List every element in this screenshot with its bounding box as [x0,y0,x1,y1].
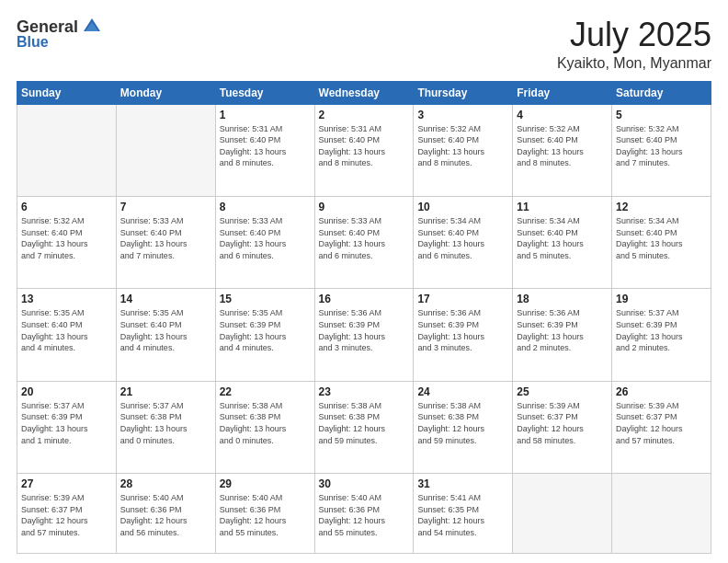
day-info: Sunrise: 5:35 AM Sunset: 6:39 PM Dayligh… [220,307,311,353]
day-info: Sunrise: 5:32 AM Sunset: 6:40 PM Dayligh… [417,123,508,169]
day-number: 11 [517,201,608,213]
table-row: 16Sunrise: 5:36 AM Sunset: 6:39 PM Dayli… [314,289,414,381]
day-info: Sunrise: 5:36 AM Sunset: 6:39 PM Dayligh… [319,307,410,353]
day-info: Sunrise: 5:36 AM Sunset: 6:39 PM Dayligh… [417,307,508,353]
day-info: Sunrise: 5:31 AM Sunset: 6:40 PM Dayligh… [220,123,311,169]
table-row: 4Sunrise: 5:32 AM Sunset: 6:40 PM Daylig… [513,104,612,196]
day-info: Sunrise: 5:40 AM Sunset: 6:36 PM Dayligh… [319,492,410,538]
logo-blue-text: Blue [17,34,49,51]
day-info: Sunrise: 5:38 AM Sunset: 6:38 PM Dayligh… [319,400,410,446]
day-number: 5 [616,109,707,121]
table-row: 15Sunrise: 5:35 AM Sunset: 6:39 PM Dayli… [215,289,314,381]
table-row: 21Sunrise: 5:37 AM Sunset: 6:38 PM Dayli… [116,381,215,473]
day-number: 21 [120,385,211,398]
day-number: 25 [517,385,608,398]
table-row: 7Sunrise: 5:33 AM Sunset: 6:40 PM Daylig… [116,197,215,289]
header-sunday: Sunday [17,81,117,104]
day-number: 17 [417,293,508,305]
header-thursday: Thursday [414,81,513,104]
day-number: 16 [319,293,410,305]
table-row: 14Sunrise: 5:35 AM Sunset: 6:40 PM Dayli… [116,289,215,381]
table-row [116,104,215,196]
table-row: 30Sunrise: 5:40 AM Sunset: 6:36 PM Dayli… [314,474,414,554]
day-info: Sunrise: 5:37 AM Sunset: 6:39 PM Dayligh… [616,307,707,353]
day-number: 24 [417,385,508,398]
day-number: 27 [21,477,112,490]
day-info: Sunrise: 5:33 AM Sunset: 6:40 PM Dayligh… [120,215,211,261]
day-info: Sunrise: 5:41 AM Sunset: 6:35 PM Dayligh… [417,492,508,538]
table-row [17,104,117,196]
day-info: Sunrise: 5:32 AM Sunset: 6:40 PM Dayligh… [517,123,608,169]
table-row: 11Sunrise: 5:34 AM Sunset: 6:40 PM Dayli… [513,197,612,289]
day-info: Sunrise: 5:33 AM Sunset: 6:40 PM Dayligh… [220,215,311,261]
title-block: July 2025 Kyaikto, Mon, Myanmar [557,17,711,72]
day-info: Sunrise: 5:37 AM Sunset: 6:39 PM Dayligh… [21,400,112,446]
table-row: 17Sunrise: 5:36 AM Sunset: 6:39 PM Dayli… [414,289,513,381]
day-number: 31 [417,477,508,490]
table-row: 1Sunrise: 5:31 AM Sunset: 6:40 PM Daylig… [215,104,314,196]
table-row [612,474,711,554]
calendar-header-row: Sunday Monday Tuesday Wednesday Thursday… [17,81,711,104]
day-number: 2 [319,109,410,121]
day-info: Sunrise: 5:36 AM Sunset: 6:39 PM Dayligh… [517,307,608,353]
day-number: 29 [220,477,311,490]
table-row [513,474,612,554]
table-row: 10Sunrise: 5:34 AM Sunset: 6:40 PM Dayli… [414,197,513,289]
table-row: 19Sunrise: 5:37 AM Sunset: 6:39 PM Dayli… [612,289,711,381]
day-number: 10 [417,201,508,213]
day-info: Sunrise: 5:39 AM Sunset: 6:37 PM Dayligh… [21,492,112,538]
day-number: 6 [21,201,112,213]
day-number: 14 [120,293,211,305]
day-number: 28 [120,477,211,490]
day-info: Sunrise: 5:35 AM Sunset: 6:40 PM Dayligh… [21,307,112,353]
day-number: 4 [517,109,608,121]
day-number: 22 [220,385,311,398]
header-saturday: Saturday [612,81,711,104]
day-info: Sunrise: 5:40 AM Sunset: 6:36 PM Dayligh… [220,492,311,538]
header-tuesday: Tuesday [215,81,314,104]
header-wednesday: Wednesday [314,81,414,104]
header-friday: Friday [513,81,612,104]
logo: General Blue [17,17,102,51]
day-info: Sunrise: 5:34 AM Sunset: 6:40 PM Dayligh… [517,215,608,261]
day-info: Sunrise: 5:32 AM Sunset: 6:40 PM Dayligh… [21,215,112,261]
table-row: 29Sunrise: 5:40 AM Sunset: 6:36 PM Dayli… [215,474,314,554]
day-info: Sunrise: 5:31 AM Sunset: 6:40 PM Dayligh… [319,123,410,169]
day-number: 15 [220,293,311,305]
day-info: Sunrise: 5:39 AM Sunset: 6:37 PM Dayligh… [517,400,608,446]
table-row: 26Sunrise: 5:39 AM Sunset: 6:37 PM Dayli… [612,381,711,473]
table-row: 2Sunrise: 5:31 AM Sunset: 6:40 PM Daylig… [314,104,414,196]
day-number: 1 [220,109,311,121]
day-number: 8 [220,201,311,213]
page: General Blue July 2025 Kyaikto, Mon, Mya… [0,0,728,563]
day-info: Sunrise: 5:34 AM Sunset: 6:40 PM Dayligh… [616,215,707,261]
table-row: 13Sunrise: 5:35 AM Sunset: 6:40 PM Dayli… [17,289,117,381]
table-row: 6Sunrise: 5:32 AM Sunset: 6:40 PM Daylig… [17,197,117,289]
day-number: 3 [417,109,508,121]
day-info: Sunrise: 5:39 AM Sunset: 6:37 PM Dayligh… [616,400,707,446]
day-info: Sunrise: 5:34 AM Sunset: 6:40 PM Dayligh… [417,215,508,261]
day-number: 30 [319,477,410,490]
day-info: Sunrise: 5:37 AM Sunset: 6:38 PM Dayligh… [120,400,211,446]
table-row: 9Sunrise: 5:33 AM Sunset: 6:40 PM Daylig… [314,197,414,289]
table-row: 18Sunrise: 5:36 AM Sunset: 6:39 PM Dayli… [513,289,612,381]
day-number: 18 [517,293,608,305]
table-row: 22Sunrise: 5:38 AM Sunset: 6:38 PM Dayli… [215,381,314,473]
table-row: 5Sunrise: 5:32 AM Sunset: 6:40 PM Daylig… [612,104,711,196]
table-row: 25Sunrise: 5:39 AM Sunset: 6:37 PM Dayli… [513,381,612,473]
table-row: 28Sunrise: 5:40 AM Sunset: 6:36 PM Dayli… [116,474,215,554]
table-row: 27Sunrise: 5:39 AM Sunset: 6:37 PM Dayli… [17,474,117,554]
day-info: Sunrise: 5:33 AM Sunset: 6:40 PM Dayligh… [319,215,410,261]
day-info: Sunrise: 5:38 AM Sunset: 6:38 PM Dayligh… [417,400,508,446]
table-row: 12Sunrise: 5:34 AM Sunset: 6:40 PM Dayli… [612,197,711,289]
location-subtitle: Kyaikto, Mon, Myanmar [557,55,711,72]
day-number: 9 [319,201,410,213]
day-number: 20 [21,385,112,398]
table-row: 24Sunrise: 5:38 AM Sunset: 6:38 PM Dayli… [414,381,513,473]
month-year-title: July 2025 [557,17,711,53]
calendar-table: Sunday Monday Tuesday Wednesday Thursday… [17,81,711,554]
day-number: 19 [616,293,707,305]
table-row: 20Sunrise: 5:37 AM Sunset: 6:39 PM Dayli… [17,381,117,473]
day-number: 12 [616,201,707,213]
logo-icon [82,17,102,38]
